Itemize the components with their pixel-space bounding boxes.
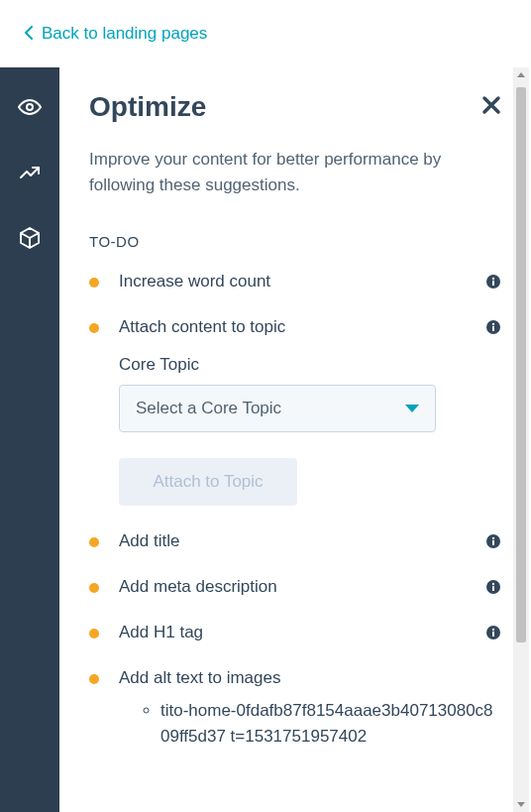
status-dot-icon bbox=[89, 323, 99, 333]
chart-icon[interactable] bbox=[18, 161, 42, 184]
svg-rect-5 bbox=[492, 326, 494, 331]
panel-title: Optimize bbox=[89, 91, 206, 123]
eye-icon[interactable] bbox=[18, 95, 42, 119]
panel-subtitle: Improve your content for better performa… bbox=[89, 147, 501, 199]
status-dot-icon bbox=[89, 537, 99, 547]
scroll-up-icon[interactable] bbox=[517, 72, 525, 77]
svg-point-15 bbox=[492, 628, 494, 630]
svg-rect-14 bbox=[492, 632, 494, 637]
info-icon[interactable] bbox=[485, 274, 501, 290]
info-icon[interactable] bbox=[485, 533, 501, 549]
svg-rect-2 bbox=[492, 281, 494, 286]
info-icon[interactable] bbox=[485, 319, 501, 335]
side-nav bbox=[0, 67, 59, 812]
svg-point-12 bbox=[492, 582, 494, 584]
info-icon[interactable] bbox=[485, 625, 501, 640]
scroll-down-icon[interactable] bbox=[517, 802, 525, 807]
svg-point-3 bbox=[492, 277, 494, 279]
close-icon[interactable] bbox=[481, 95, 501, 119]
section-label: TO-DO bbox=[89, 233, 501, 250]
core-topic-select[interactable]: Select a Core Topic bbox=[119, 385, 436, 432]
alt-text-list-item: tito-home-0fdafb87f8154aaae3b40713080c80… bbox=[160, 698, 501, 751]
status-dot-icon bbox=[89, 278, 99, 288]
todo-label: Add H1 tag bbox=[119, 623, 203, 642]
attach-to-topic-button[interactable]: Attach to Topic bbox=[119, 458, 297, 506]
todo-item: Add H1 tag bbox=[89, 623, 501, 642]
status-dot-icon bbox=[89, 583, 99, 593]
svg-point-6 bbox=[492, 322, 494, 324]
back-link[interactable]: Back to landing pages bbox=[24, 24, 207, 44]
select-placeholder: Select a Core Topic bbox=[136, 399, 281, 418]
scrollbar[interactable] bbox=[513, 67, 529, 812]
svg-point-9 bbox=[492, 536, 494, 538]
todo-item: Add meta description bbox=[89, 577, 501, 597]
todo-item: Add alt text to images tito-home-0fdafb8… bbox=[89, 668, 501, 751]
status-dot-icon bbox=[89, 674, 99, 684]
todo-label: Increase word count bbox=[119, 272, 270, 291]
box-icon[interactable] bbox=[18, 226, 42, 250]
todo-label: Add title bbox=[119, 531, 179, 551]
scroll-thumb[interactable] bbox=[516, 87, 526, 642]
svg-rect-8 bbox=[492, 540, 494, 545]
todo-item: Increase word count bbox=[89, 272, 501, 291]
svg-point-0 bbox=[27, 104, 33, 110]
todo-item: Add title bbox=[89, 531, 501, 551]
todo-label: Add meta description bbox=[119, 577, 277, 597]
status-dot-icon bbox=[89, 629, 99, 638]
info-icon[interactable] bbox=[485, 579, 501, 595]
chevron-down-icon bbox=[405, 405, 419, 412]
attach-button-label: Attach to Topic bbox=[153, 472, 263, 492]
core-topic-label: Core Topic bbox=[119, 355, 501, 375]
back-link-label: Back to landing pages bbox=[42, 24, 207, 44]
todo-label: Add alt text to images bbox=[119, 668, 280, 688]
todo-label: Attach content to topic bbox=[119, 317, 285, 337]
optimize-panel: Optimize Improve your content for better… bbox=[59, 67, 531, 812]
chevron-left-icon bbox=[24, 26, 34, 43]
todo-item: Attach content to topic Core Topic Selec… bbox=[89, 317, 501, 506]
svg-rect-11 bbox=[492, 586, 494, 591]
